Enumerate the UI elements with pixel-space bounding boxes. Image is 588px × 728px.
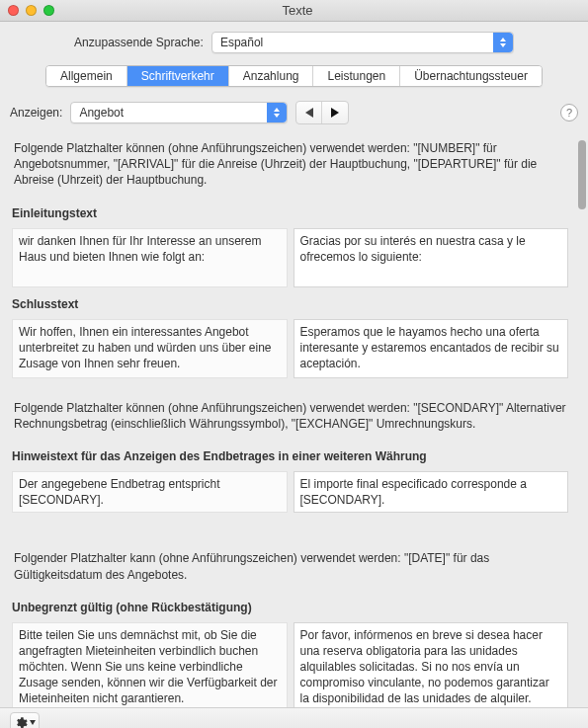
content-scroll[interactable]: Folgende Platzhalter können (ohne Anführ… [0, 132, 588, 707]
tab-schriftverkehr[interactable]: Schriftverkehr [127, 66, 229, 86]
prev-button[interactable] [296, 102, 322, 123]
next-button[interactable] [322, 102, 348, 123]
closing-pair: Wir hoffen, Ihnen ein interessantes Ange… [8, 315, 572, 382]
unlimited-heading: Unbegrenzt gültig (ohne Rückbestätigung) [8, 595, 572, 618]
unlimited-target-input[interactable] [294, 622, 569, 707]
scrollbar[interactable] [578, 140, 586, 699]
titlebar: Texte [0, 0, 588, 22]
tab-allgemein[interactable]: Allgemein [46, 66, 127, 86]
chevron-updown-icon [267, 103, 287, 122]
closing-target-input[interactable] [294, 319, 569, 378]
actions-menu-button[interactable] [10, 712, 40, 729]
tabs-row: Allgemein Schriftverkehr Anzahlung Leist… [0, 59, 588, 97]
tab-uebernachtungssteuer[interactable]: Übernachtungssteuer [400, 66, 542, 86]
scrollbar-thumb[interactable] [578, 140, 586, 209]
tab-group: Allgemein Schriftverkehr Anzahlung Leist… [45, 65, 543, 87]
language-row: Anzupassende Sprache: Español [0, 22, 588, 59]
intro-heading: Einleitungstext [8, 201, 572, 224]
closing-heading: Schlusstext [8, 291, 572, 315]
triangle-right-icon [331, 108, 339, 118]
intro-target-input[interactable] [294, 228, 569, 287]
placeholder-info-2: Folgende Platzhalter können (ohne Anführ… [10, 400, 570, 432]
placeholder-info-3: Folgender Platzhalter kann (ohne Anführu… [10, 550, 570, 582]
language-value: Español [220, 36, 263, 49]
language-select[interactable]: Español [211, 32, 514, 53]
intro-pair: wir danken Ihnen für Ihr Interesse an un… [8, 224, 572, 291]
chevron-updown-icon [493, 33, 513, 52]
tab-anzahlung[interactable]: Anzahlung [229, 66, 314, 86]
show-select[interactable]: Angebot [70, 102, 288, 123]
unlimited-pair: Bitte teilen Sie uns demnächst mit, ob S… [8, 618, 572, 707]
placeholder-info-1: Folgende Platzhalter können (ohne Anführ… [10, 140, 570, 189]
triangle-left-icon [305, 108, 313, 118]
show-label: Anzeigen: [10, 106, 62, 120]
show-value: Angebot [79, 106, 124, 120]
unlimited-source: Bitte teilen Sie uns demnächst mit, ob S… [12, 622, 288, 707]
gear-icon [14, 716, 28, 729]
closing-source: Wir hoffen, Ihnen ein interessantes Ange… [12, 319, 288, 378]
footer-bar [0, 707, 588, 728]
secondary-heading: Hinweistext für das Anzeigen des Endbetr… [8, 444, 572, 467]
secondary-pair: Der angegebene Endbetrag entspricht [SEC… [8, 467, 572, 517]
chevron-down-icon [30, 720, 36, 725]
window-title: Texte [15, 3, 580, 18]
secondary-source: Der angegebene Endbetrag entspricht [SEC… [12, 471, 288, 513]
nav-buttons [295, 101, 349, 124]
language-label: Anzupassende Sprache: [74, 36, 204, 49]
show-bar: Anzeigen: Angebot ? [0, 97, 588, 132]
help-button[interactable]: ? [560, 104, 578, 121]
secondary-target-input[interactable] [294, 471, 569, 513]
tab-leistungen[interactable]: Leistungen [313, 66, 400, 86]
intro-source: wir danken Ihnen für Ihr Interesse an un… [12, 228, 288, 287]
